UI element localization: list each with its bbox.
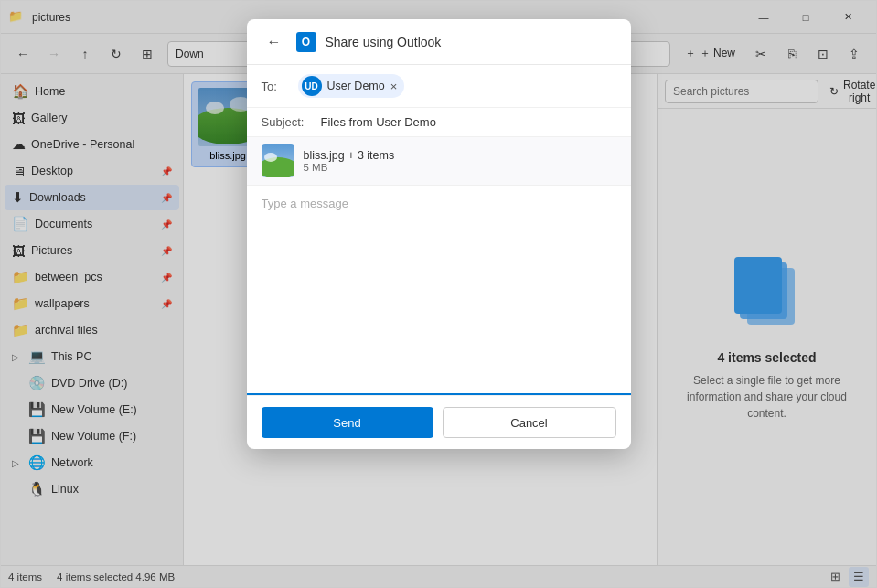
outlook-initial: O (302, 36, 310, 48)
attachment-name: bliss.jpg + 3 items (304, 149, 395, 162)
recipient-avatar: UD (302, 76, 322, 96)
dialog-header: ← O Share using Outlook (247, 19, 631, 65)
recipient-initials: UD (305, 81, 317, 91)
to-label: To: (262, 80, 289, 93)
attachment-thumbnail (262, 144, 294, 177)
cancel-button[interactable]: Cancel (443, 407, 616, 438)
dialog-subject-row: Subject: (247, 108, 631, 137)
dialog-message-area (247, 186, 631, 395)
attachment-thumb-svg (262, 144, 294, 177)
message-textarea[interactable] (262, 197, 616, 380)
file-explorer-window: 📁 pictures — □ ✕ ← → ↑ ↻ ⊞ Down ＋ ＋ New … (0, 0, 877, 588)
attachment-info: bliss.jpg + 3 items 5 MB (304, 149, 395, 173)
recipient-chip: UD User Demo × (298, 74, 405, 98)
svg-point-9 (264, 153, 277, 162)
subject-label: Subject: (262, 115, 312, 129)
dialog-footer: Send Cancel (247, 395, 631, 449)
share-dialog: ← O Share using Outlook To: UD User Demo… (247, 19, 631, 449)
recipient-name: User Demo (327, 80, 385, 92)
send-button[interactable]: Send (262, 407, 433, 438)
outlook-logo: O (296, 32, 316, 52)
attachment-size: 5 MB (304, 162, 395, 173)
subject-input[interactable] (321, 115, 616, 129)
dialog-title: Share using Outlook (326, 35, 442, 49)
share-dialog-overlay: ← O Share using Outlook To: UD User Demo… (1, 1, 876, 587)
dialog-back-button[interactable]: ← (262, 29, 287, 55)
dialog-attachment-row: bliss.jpg + 3 items 5 MB (247, 137, 631, 186)
dialog-to-row: To: UD User Demo × (247, 65, 631, 108)
recipient-remove-button[interactable]: × (390, 80, 398, 92)
